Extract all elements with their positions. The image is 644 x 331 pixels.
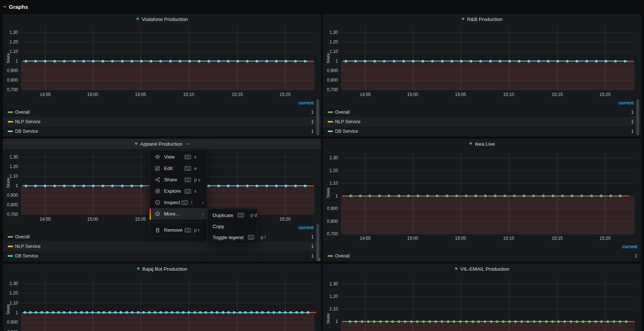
x-tick-label: 15:15 <box>228 92 246 97</box>
legend-series-label[interactable]: NLP Service <box>335 119 360 124</box>
legend-series-swatch[interactable] <box>328 111 333 113</box>
panel-title-bar[interactable]: ♥VIL-EMAIL Production <box>323 264 641 274</box>
legend-series-swatch[interactable] <box>8 121 13 122</box>
legend-series-label[interactable]: DB Service <box>15 129 38 134</box>
series-point <box>34 185 37 187</box>
legend-series-swatch[interactable] <box>328 131 333 132</box>
legend-scrollbar[interactable] <box>636 99 639 135</box>
series-point <box>496 320 498 323</box>
series-point <box>53 185 56 187</box>
series-point <box>416 320 419 323</box>
submenu-item-label: Duplicate <box>213 213 233 218</box>
series-point <box>561 195 564 197</box>
legend-series-label[interactable]: Overall <box>335 253 350 259</box>
menu-item-share[interactable]: Sharep s <box>150 174 207 185</box>
legend-series-label[interactable]: DB Service <box>15 253 38 259</box>
gridline-v <box>140 28 141 90</box>
x-tick-label: 14:55 <box>36 217 54 222</box>
panel-title-bar[interactable]: ♥R&B Production <box>323 14 641 24</box>
legend-scrollbar[interactable] <box>316 99 319 135</box>
menu-item-edit[interactable]: Edite <box>150 163 207 174</box>
legend-current-header[interactable]: current <box>608 244 637 249</box>
series-point <box>605 60 607 63</box>
submenu-item-toggle-legend[interactable]: Toggle legendp l <box>207 232 257 243</box>
legend-series-label[interactable]: NLP Service <box>15 244 40 249</box>
y-tick-label: 0.800 <box>3 202 18 207</box>
menu-item-inspect[interactable]: Inspecti› <box>150 197 207 208</box>
menu-item-more[interactable]: More...› <box>150 208 207 220</box>
legend-series-swatch[interactable] <box>8 111 13 113</box>
series-point <box>137 311 139 314</box>
legend-series-swatch[interactable] <box>8 131 13 132</box>
legend-row: Overall1 <box>323 251 641 261</box>
y-tick-label: 0.900 <box>323 206 338 211</box>
legend-series-swatch[interactable] <box>8 246 13 247</box>
panel-resize-handle[interactable] <box>317 257 320 261</box>
series-point <box>52 311 54 314</box>
legend-row: NLP Service1 <box>3 117 321 127</box>
gridline-v <box>557 153 558 234</box>
menu-item-view[interactable]: Viewv <box>150 151 207 163</box>
series-point <box>514 320 517 323</box>
legend-series-label[interactable]: Overall <box>15 110 30 115</box>
gridline-v <box>413 153 413 234</box>
series-point <box>582 320 584 323</box>
series-point <box>236 60 239 63</box>
series-point <box>508 320 511 323</box>
gridline-v <box>45 152 46 214</box>
legend-current-header[interactable]: current <box>284 225 314 230</box>
series-fill <box>341 61 634 90</box>
series-point <box>410 320 413 323</box>
series-fill <box>341 322 634 331</box>
y-tick-label: 0.900 <box>3 68 18 73</box>
series-point <box>92 60 95 63</box>
legend-series-label[interactable]: DB Service <box>335 129 358 134</box>
series-point <box>275 185 278 187</box>
series-point <box>576 320 578 323</box>
section-row-graphs[interactable]: Graphs <box>3 2 28 11</box>
legend-series-label[interactable]: Overall <box>15 234 30 239</box>
legend-current-header[interactable]: current <box>284 100 314 106</box>
series-point <box>285 60 287 63</box>
series-point <box>275 60 278 63</box>
keyboard-icon <box>185 228 191 232</box>
menu-item-label: Edit <box>164 166 185 171</box>
series-point <box>527 320 529 323</box>
legend-series-swatch[interactable] <box>8 236 13 238</box>
legend-series-label[interactable]: NLP Service <box>15 119 40 124</box>
chevron-right-icon: › <box>201 211 204 217</box>
series-point <box>373 320 376 323</box>
panel-title: Ikea Live <box>475 141 495 147</box>
gridline-h <box>341 296 634 297</box>
legend-series-swatch[interactable] <box>328 255 333 257</box>
series-point <box>576 60 578 63</box>
gridline-v <box>509 153 509 234</box>
series-point <box>307 311 309 314</box>
submenu-item-copy[interactable]: Copy <box>207 221 257 232</box>
series-point <box>479 60 482 63</box>
x-tick-label: 15:00 <box>403 236 422 241</box>
panel-title-bar[interactable]: ♥Bajaj Bot Production <box>3 264 321 274</box>
series-point <box>453 320 455 323</box>
x-tick-label: 15:10 <box>179 92 198 97</box>
series-point <box>459 320 462 323</box>
legend-series-swatch[interactable] <box>328 121 333 122</box>
series-point <box>566 60 569 63</box>
y-tick-label: 1 <box>3 58 18 64</box>
series-point <box>364 60 366 63</box>
legend-scrollbar[interactable] <box>316 224 319 260</box>
y-tick-label: 0.800 <box>3 78 18 83</box>
submenu-item-duplicate[interactable]: Duplicatep d <box>207 210 257 221</box>
legend-series-swatch[interactable] <box>8 255 13 257</box>
legend-current-value: 1 <box>612 110 634 115</box>
y-tick-label: 0.700 <box>323 87 338 92</box>
series-point <box>121 185 124 187</box>
panel-title-bar[interactable]: ♥Apparel Production <box>3 139 321 149</box>
legend-current-header[interactable]: current <box>604 100 634 106</box>
legend-series-label[interactable]: Overall <box>335 110 350 115</box>
menu-item-explore[interactable]: Explorex <box>150 185 207 197</box>
menu-item-remove[interactable]: Removep r <box>150 224 207 236</box>
panel-title-bar[interactable]: ♥Vodafone Production <box>3 14 321 24</box>
y-tick-label: 0.700 <box>3 212 18 217</box>
panel-title-bar[interactable]: ♥Ikea Live <box>323 139 641 149</box>
